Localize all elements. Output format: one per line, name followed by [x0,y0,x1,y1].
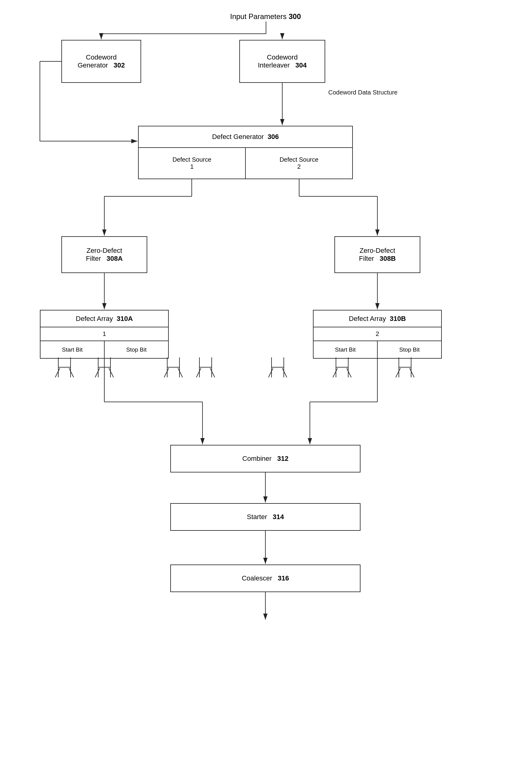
defect-array-a-stop: Stop Bit [105,341,168,358]
defect-array-a-index: 1 [41,327,168,341]
codeword-interleaver-num: 304 [295,61,307,69]
zero-defect-filter-a-box: Zero-DefectFilter 308A [61,236,147,273]
defect-array-b-start: Start Bit [314,341,378,358]
codeword-interleaver-box: CodewordInterleaver 304 [239,40,325,83]
combiner-num: 312 [277,455,289,462]
svg-line-31 [333,368,338,378]
defect-gen-num: 306 [267,133,279,141]
zero-defect-b-num: 308B [379,255,396,262]
combiner-box: Combiner 312 [170,445,361,473]
codeword-gen-num: 302 [114,61,125,69]
codeword-gen-label: CodewordGenerator [78,54,117,69]
defect-gen-box: Defect Generator 306 Defect Source1 Defe… [138,126,353,179]
coalescer-num: 316 [278,574,289,582]
defect-array-b-box: Defect Array 310B 2 Start Bit Stop Bit [313,310,442,359]
codeword-data-structure-label: Codeword Data Structure [328,89,398,96]
combiner-label: Combiner [242,455,271,462]
svg-line-36 [396,368,400,378]
zero-defect-filter-b-box: Zero-DefectFilter 308B [334,236,420,273]
defect-array-b-num: 310B [390,315,406,323]
defect-array-b-label: Defect Array [349,315,386,323]
title: Input Parameters 300 [230,12,301,21]
coalescer-box: Coalescer 316 [170,565,361,592]
starter-num: 314 [273,513,284,521]
codeword-interleaver-label: CodewordInterleaver [258,54,298,69]
diagram: Input Parameters 300 CodewordGenerator 3… [0,0,532,763]
defect-array-b-stop: Stop Bit [378,341,441,358]
svg-line-27 [109,368,114,378]
defect-gen-label: Defect Generator [212,133,264,141]
svg-line-51 [268,368,273,378]
coalescer-label: Coalescer [242,574,272,582]
svg-line-37 [410,368,414,378]
starter-box: Starter 314 [170,503,361,531]
svg-line-47 [210,368,215,378]
zero-defect-a-num: 308A [106,255,123,262]
svg-line-21 [55,368,60,378]
defect-array-a-box: Defect Array 310A 1 Start Bit Stop Bit [40,310,169,359]
defect-array-a-label: Defect Array [76,315,113,323]
defect-array-b-index: 2 [314,327,441,341]
defect-array-a-num: 310A [117,315,133,323]
defect-source-2: Defect Source2 [246,148,352,178]
svg-line-42 [178,368,182,378]
svg-line-46 [196,368,201,378]
codeword-gen-box: CodewordGenerator 302 [61,40,141,83]
starter-label: Starter [247,513,267,521]
svg-line-32 [347,368,351,378]
svg-line-26 [95,368,100,378]
defect-array-a-start: Start Bit [41,341,105,358]
diagram-svg [0,0,532,763]
svg-line-22 [69,368,74,378]
svg-line-52 [282,368,287,378]
svg-line-41 [164,368,169,378]
defect-source-1: Defect Source1 [139,148,246,178]
